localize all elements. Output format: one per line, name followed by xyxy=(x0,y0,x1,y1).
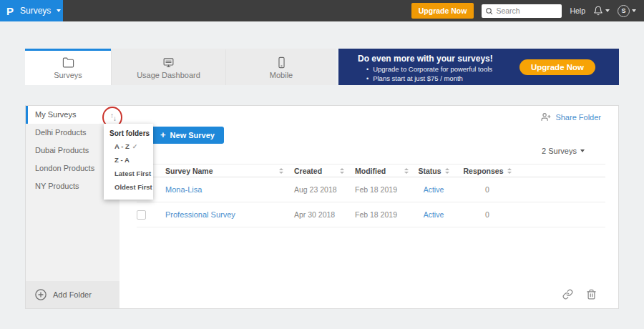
tab-label: Surveys xyxy=(54,71,82,79)
status-badge[interactable]: Active xyxy=(424,210,444,219)
notifications-menu[interactable] xyxy=(593,6,610,16)
topbar-actions: Upgrade Now Help S xyxy=(411,3,644,19)
new-survey-button[interactable]: + New Survey xyxy=(151,127,224,144)
checkmark-icon: ✓ xyxy=(132,143,138,150)
link-button[interactable] xyxy=(562,289,573,300)
table-row: Professional Survey Apr 30 2018 Feb 18 2… xyxy=(137,202,605,227)
surveys-table: Survey Name Created Modified Status Resp… xyxy=(137,164,605,227)
sort-option-a-z[interactable]: A - Z ✓ xyxy=(104,139,153,153)
survey-count-label: 2 Surveys xyxy=(542,147,577,155)
plus-circle-icon xyxy=(34,288,47,301)
share-folder-button[interactable]: Share Folder xyxy=(541,112,601,122)
add-folder-button[interactable]: Add Folder xyxy=(26,281,119,308)
status-badge[interactable]: Active xyxy=(424,185,444,194)
dashboard-icon xyxy=(162,57,175,69)
column-header-created[interactable]: Created xyxy=(294,167,322,175)
promo-banner: Do even more with your surveys! • Upgrad… xyxy=(338,49,619,85)
column-header-responses[interactable]: Responses xyxy=(463,167,503,175)
sort-option-oldest-first[interactable]: Oldest First xyxy=(104,180,153,194)
chevron-down-icon xyxy=(605,9,610,12)
sort-option-latest-first[interactable]: Latest First xyxy=(104,167,153,180)
column-header-survey-name[interactable]: Survey Name xyxy=(165,167,213,175)
modified-date: Feb 18 2019 xyxy=(355,210,397,219)
tab-label: Mobile xyxy=(270,71,293,79)
responses-count: 0 xyxy=(485,210,489,219)
search-icon xyxy=(485,7,493,15)
trash-icon xyxy=(586,289,597,300)
survey-name-link[interactable]: Mona-Lisa xyxy=(165,185,202,194)
row-checkbox[interactable] xyxy=(137,210,146,220)
table-row: Mona-Lisa Aug 23 2018 Feb 18 2019 Active… xyxy=(137,177,605,202)
mobile-icon xyxy=(275,57,288,69)
search-input[interactable] xyxy=(496,6,558,15)
promo-bullet: • Plans start at just $75 / month xyxy=(366,74,619,82)
created-date: Apr 30 2018 xyxy=(294,210,335,219)
sort-icon[interactable] xyxy=(279,168,283,174)
promo-upgrade-button[interactable]: Upgrade Now xyxy=(519,59,595,75)
bulk-actions xyxy=(562,289,597,300)
bell-icon xyxy=(593,6,603,16)
sort-icon[interactable] xyxy=(404,168,409,174)
plus-icon: + xyxy=(160,129,166,140)
survey-name-link[interactable]: Professional Survey xyxy=(165,210,235,219)
chevron-down-icon xyxy=(632,9,636,12)
delete-button[interactable] xyxy=(586,289,597,300)
sort-option-z-a[interactable]: Z - A xyxy=(104,153,153,167)
bullet-dot: • xyxy=(366,66,369,73)
user-plus-icon xyxy=(541,112,551,122)
top-bar: P Surveys Upgrade Now Help S xyxy=(0,0,644,21)
upgrade-now-button[interactable]: Upgrade Now xyxy=(411,3,474,19)
avatar: S xyxy=(618,5,630,17)
share-folder-label: Share Folder xyxy=(555,113,601,122)
folder-icon xyxy=(62,57,74,69)
sort-folders-button[interactable]: ↑↓ xyxy=(106,109,120,124)
survey-count-dropdown[interactable]: 2 Surveys xyxy=(542,147,585,155)
link-icon xyxy=(562,289,573,300)
bullet-dot: • xyxy=(366,75,369,82)
search-box[interactable] xyxy=(482,4,562,18)
sort-icon[interactable] xyxy=(445,168,449,174)
add-folder-label: Add Folder xyxy=(53,290,92,299)
tab-usage-dashboard[interactable]: Usage Dashboard xyxy=(111,49,225,85)
sort-icon[interactable] xyxy=(507,168,512,174)
column-header-modified[interactable]: Modified xyxy=(355,167,386,175)
modified-date: Feb 18 2019 xyxy=(355,185,397,194)
surveys-panel: My Surveys Delhi Products Dubai Products… xyxy=(25,105,619,309)
brand-logo: P xyxy=(6,5,14,17)
chevron-down-icon xyxy=(580,149,585,152)
table-header-row: Survey Name Created Modified Status Resp… xyxy=(137,164,605,177)
sort-menu-title: Sort folders xyxy=(104,128,153,139)
product-switcher[interactable]: P Surveys xyxy=(0,0,63,21)
tab-mobile[interactable]: Mobile xyxy=(225,49,336,85)
column-header-status[interactable]: Status xyxy=(418,167,441,175)
account-menu[interactable]: S xyxy=(618,5,636,17)
help-link[interactable]: Help xyxy=(570,6,585,15)
section-tabs: Surveys Usage Dashboard Mobile xyxy=(25,49,336,85)
tab-label: Usage Dashboard xyxy=(137,71,200,79)
product-menu-label: Surveys xyxy=(20,6,51,16)
sort-folders-menu: Sort folders A - Z ✓ Z - A Latest First … xyxy=(104,124,153,200)
chevron-down-icon xyxy=(57,9,61,12)
sort-icon[interactable] xyxy=(340,168,344,174)
responses-count: 0 xyxy=(485,185,489,194)
tab-surveys[interactable]: Surveys xyxy=(25,49,111,85)
created-date: Aug 23 2018 xyxy=(294,185,337,194)
